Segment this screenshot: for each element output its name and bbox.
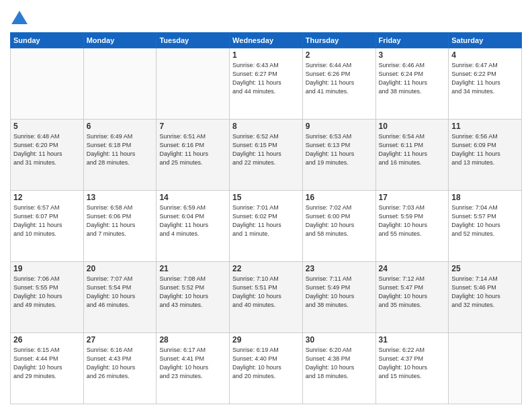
calendar-cell: 26Sunrise: 6:15 AM Sunset: 4:44 PM Dayli… [11, 333, 84, 404]
day-number: 6 [87, 122, 154, 131]
calendar-cell: 8Sunrise: 6:52 AM Sunset: 6:15 PM Daylig… [230, 120, 303, 191]
weekday-header-row: SundayMondayTuesdayWednesdayThursdayFrid… [11, 33, 522, 48]
calendar-cell: 10Sunrise: 6:54 AM Sunset: 6:11 PM Dayli… [375, 120, 449, 191]
day-number: 18 [451, 193, 519, 202]
day-number: 31 [379, 335, 446, 345]
day-number: 17 [379, 193, 446, 202]
logo [10, 9, 32, 28]
calendar-week-5: 26Sunrise: 6:15 AM Sunset: 4:44 PM Dayli… [11, 333, 522, 404]
day-number: 7 [159, 122, 226, 131]
calendar-cell: 14Sunrise: 6:59 AM Sunset: 6:04 PM Dayli… [157, 191, 230, 262]
day-number: 14 [159, 193, 226, 202]
day-number: 21 [159, 264, 226, 273]
day-number: 19 [13, 264, 81, 273]
calendar-cell: 27Sunrise: 6:16 AM Sunset: 4:43 PM Dayli… [83, 333, 157, 404]
day-number: 11 [451, 122, 519, 131]
day-info: Sunrise: 6:52 AM Sunset: 6:15 PM Dayligh… [232, 132, 300, 167]
calendar-cell: 12Sunrise: 6:57 AM Sunset: 6:07 PM Dayli… [11, 191, 84, 262]
day-number: 13 [87, 193, 154, 202]
calendar-cell: 31Sunrise: 6:22 AM Sunset: 4:37 PM Dayli… [375, 333, 449, 404]
day-info: Sunrise: 6:20 AM Sunset: 4:38 PM Dayligh… [306, 346, 373, 381]
calendar-cell: 22Sunrise: 7:10 AM Sunset: 5:51 PM Dayli… [230, 262, 303, 333]
calendar-cell: 29Sunrise: 6:19 AM Sunset: 4:40 PM Dayli… [230, 333, 303, 404]
weekday-sunday: Sunday [11, 33, 84, 48]
day-number: 23 [306, 264, 373, 273]
day-number: 30 [306, 335, 373, 345]
day-info: Sunrise: 7:02 AM Sunset: 6:00 PM Dayligh… [306, 203, 373, 238]
day-number: 27 [87, 335, 154, 345]
day-number: 26 [13, 335, 81, 345]
calendar-cell: 28Sunrise: 6:17 AM Sunset: 4:41 PM Dayli… [157, 333, 230, 404]
day-number: 10 [379, 122, 446, 131]
day-info: Sunrise: 7:08 AM Sunset: 5:52 PM Dayligh… [159, 275, 226, 310]
calendar-cell: 13Sunrise: 6:58 AM Sunset: 6:06 PM Dayli… [83, 191, 157, 262]
calendar-cell: 20Sunrise: 7:07 AM Sunset: 5:54 PM Dayli… [83, 262, 157, 333]
day-info: Sunrise: 6:46 AM Sunset: 6:24 PM Dayligh… [379, 61, 446, 96]
weekday-tuesday: Tuesday [157, 33, 230, 48]
day-number: 24 [379, 264, 446, 273]
day-info: Sunrise: 7:03 AM Sunset: 5:59 PM Dayligh… [379, 203, 446, 238]
day-info: Sunrise: 6:57 AM Sunset: 6:07 PM Dayligh… [13, 203, 81, 238]
calendar-cell [449, 333, 522, 404]
calendar-week-3: 12Sunrise: 6:57 AM Sunset: 6:07 PM Dayli… [11, 191, 522, 262]
day-info: Sunrise: 6:51 AM Sunset: 6:16 PM Dayligh… [159, 132, 226, 167]
header [10, 7, 522, 28]
day-number: 16 [306, 193, 373, 202]
day-number: 9 [306, 122, 373, 131]
day-info: Sunrise: 7:10 AM Sunset: 5:51 PM Dayligh… [232, 275, 300, 310]
calendar-cell: 23Sunrise: 7:11 AM Sunset: 5:49 PM Dayli… [302, 262, 375, 333]
day-number: 3 [379, 50, 446, 60]
day-number: 4 [451, 50, 519, 60]
page: SundayMondayTuesdayWednesdayThursdayFrid… [0, 0, 532, 411]
calendar-cell: 3Sunrise: 6:46 AM Sunset: 6:24 PM Daylig… [375, 48, 449, 120]
calendar-cell: 19Sunrise: 7:06 AM Sunset: 5:55 PM Dayli… [11, 262, 84, 333]
day-number: 12 [13, 193, 81, 202]
calendar-cell: 9Sunrise: 6:53 AM Sunset: 6:13 PM Daylig… [302, 120, 375, 191]
day-info: Sunrise: 6:47 AM Sunset: 6:22 PM Dayligh… [451, 61, 519, 96]
calendar-cell: 6Sunrise: 6:49 AM Sunset: 6:18 PM Daylig… [83, 120, 157, 191]
calendar-cell [11, 48, 84, 120]
day-number: 29 [232, 335, 300, 345]
day-info: Sunrise: 7:04 AM Sunset: 5:57 PM Dayligh… [451, 203, 519, 238]
weekday-thursday: Thursday [302, 33, 375, 48]
day-number: 22 [232, 264, 300, 273]
day-info: Sunrise: 6:19 AM Sunset: 4:40 PM Dayligh… [232, 346, 300, 381]
calendar-cell: 30Sunrise: 6:20 AM Sunset: 4:38 PM Dayli… [302, 333, 375, 404]
day-number: 8 [232, 122, 300, 131]
weekday-saturday: Saturday [449, 33, 522, 48]
calendar-cell [157, 48, 230, 120]
day-info: Sunrise: 6:15 AM Sunset: 4:44 PM Dayligh… [13, 346, 81, 381]
day-info: Sunrise: 7:11 AM Sunset: 5:49 PM Dayligh… [306, 275, 373, 310]
day-number: 5 [13, 122, 81, 131]
calendar-cell: 17Sunrise: 7:03 AM Sunset: 5:59 PM Dayli… [375, 191, 449, 262]
calendar-cell: 1Sunrise: 6:43 AM Sunset: 6:27 PM Daylig… [230, 48, 303, 120]
day-number: 1 [232, 50, 300, 60]
day-info: Sunrise: 7:06 AM Sunset: 5:55 PM Dayligh… [13, 275, 81, 310]
day-info: Sunrise: 6:43 AM Sunset: 6:27 PM Dayligh… [232, 61, 300, 96]
day-info: Sunrise: 6:48 AM Sunset: 6:20 PM Dayligh… [13, 132, 81, 167]
calendar-cell: 18Sunrise: 7:04 AM Sunset: 5:57 PM Dayli… [449, 191, 522, 262]
day-number: 25 [451, 264, 519, 273]
calendar-cell: 15Sunrise: 7:01 AM Sunset: 6:02 PM Dayli… [230, 191, 303, 262]
calendar-cell: 5Sunrise: 6:48 AM Sunset: 6:20 PM Daylig… [11, 120, 84, 191]
day-info: Sunrise: 6:17 AM Sunset: 4:41 PM Dayligh… [159, 346, 226, 381]
calendar-week-1: 1Sunrise: 6:43 AM Sunset: 6:27 PM Daylig… [11, 48, 522, 120]
calendar-cell: 16Sunrise: 7:02 AM Sunset: 6:00 PM Dayli… [302, 191, 375, 262]
calendar: SundayMondayTuesdayWednesdayThursdayFrid… [10, 32, 522, 404]
calendar-cell: 25Sunrise: 7:14 AM Sunset: 5:46 PM Dayli… [449, 262, 522, 333]
day-info: Sunrise: 7:12 AM Sunset: 5:47 PM Dayligh… [379, 275, 446, 310]
day-info: Sunrise: 7:14 AM Sunset: 5:46 PM Dayligh… [451, 275, 519, 310]
day-info: Sunrise: 6:22 AM Sunset: 4:37 PM Dayligh… [379, 346, 446, 381]
day-number: 28 [159, 335, 226, 345]
day-number: 2 [306, 50, 373, 60]
calendar-week-2: 5Sunrise: 6:48 AM Sunset: 6:20 PM Daylig… [11, 120, 522, 191]
day-info: Sunrise: 7:01 AM Sunset: 6:02 PM Dayligh… [232, 203, 300, 238]
day-number: 20 [87, 264, 154, 273]
calendar-cell: 11Sunrise: 6:56 AM Sunset: 6:09 PM Dayli… [449, 120, 522, 191]
day-info: Sunrise: 6:54 AM Sunset: 6:11 PM Dayligh… [379, 132, 446, 167]
calendar-week-4: 19Sunrise: 7:06 AM Sunset: 5:55 PM Dayli… [11, 262, 522, 333]
logo-icon [10, 9, 29, 28]
day-info: Sunrise: 6:59 AM Sunset: 6:04 PM Dayligh… [159, 203, 226, 238]
day-info: Sunrise: 6:56 AM Sunset: 6:09 PM Dayligh… [451, 132, 519, 167]
calendar-cell: 2Sunrise: 6:44 AM Sunset: 6:26 PM Daylig… [302, 48, 375, 120]
